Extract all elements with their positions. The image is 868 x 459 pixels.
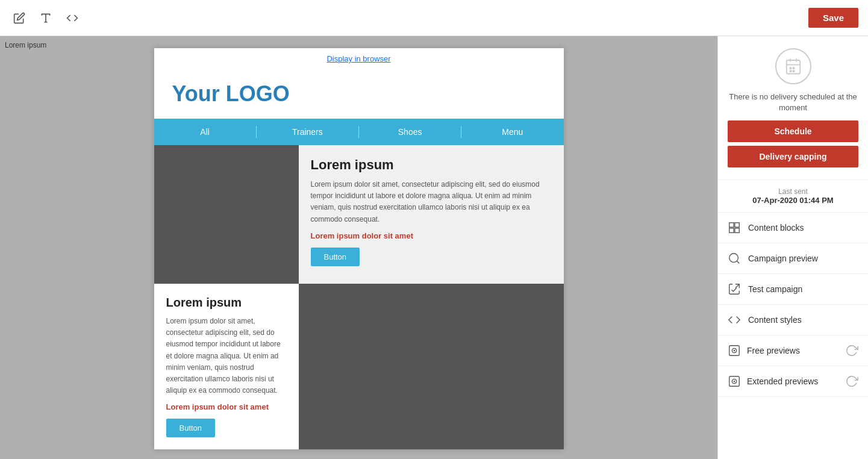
no-delivery-text: There is no delivery scheduled at the mo… xyxy=(728,92,858,113)
svg-rect-13 xyxy=(735,228,739,233)
block2-link[interactable]: Lorem ipsum dolor sit amet xyxy=(166,402,287,411)
email-row2: Lorem ipsum Lorem ipsum dolor sit amet, … xyxy=(154,284,564,449)
logo-text: Your LOGO xyxy=(172,81,290,106)
svg-rect-7 xyxy=(792,67,795,69)
sidebar-item-content-styles[interactable]: Content styles xyxy=(718,305,868,335)
sidebar-item-extended-previews[interactable]: Extended previews xyxy=(718,366,868,397)
email-text-block-2: Lorem ipsum Lorem ipsum dolor sit amet, … xyxy=(154,284,299,449)
block2-heading: Lorem ipsum xyxy=(166,296,287,310)
email-preview: Display in browser Your LOGO All Trainer… xyxy=(154,48,564,449)
svg-rect-9 xyxy=(792,70,795,72)
content-blocks-label: Content blocks xyxy=(748,223,804,233)
test-campaign-label: Test campaign xyxy=(748,284,802,294)
canvas-area: Lorem ipsum Display in browser Your LOGO… xyxy=(0,36,717,459)
sidebar-item-free-previews[interactable]: Free previews xyxy=(718,336,868,366)
calendar-icon-wrap xyxy=(775,48,811,84)
delivery-capping-button[interactable]: Delivery capping xyxy=(728,146,858,167)
save-button[interactable]: Save xyxy=(808,8,858,28)
svg-rect-12 xyxy=(729,228,734,233)
email-row1: Lorem ipsum Lorem ipsum dolor sit amet, … xyxy=(154,145,564,284)
last-sent-section: Last sent 07-Apr-2020 01:44 PM xyxy=(718,180,868,213)
svg-point-18 xyxy=(734,350,735,352)
content-blocks-icon xyxy=(728,221,741,234)
svg-rect-8 xyxy=(789,70,792,72)
extended-previews-icon xyxy=(728,375,741,388)
right-sidebar: There is no delivery scheduled at the mo… xyxy=(717,36,868,459)
campaign-preview-label: Campaign preview xyxy=(748,254,818,263)
browser-link-bar: Display in browser xyxy=(154,48,564,69)
sidebar-previews: Free previews Extended previews xyxy=(718,336,868,397)
text-format-icon[interactable] xyxy=(36,8,55,28)
block1-heading: Lorem ipsum xyxy=(311,157,552,173)
extended-previews-refresh-icon[interactable] xyxy=(845,375,858,388)
nav-item-shoes[interactable]: Shoes xyxy=(359,119,461,145)
block2-body: Lorem ipsum dolor sit amet, consectetur … xyxy=(166,316,287,396)
last-sent-label: Last sent xyxy=(728,187,858,196)
svg-rect-10 xyxy=(729,223,734,227)
nav-item-all[interactable]: All xyxy=(154,119,256,145)
code-icon[interactable] xyxy=(63,8,82,28)
sidebar-item-campaign-preview[interactable]: Campaign preview xyxy=(718,243,868,274)
block1-body: Lorem ipsum dolor sit amet, consectetur … xyxy=(311,179,552,225)
delivery-section: There is no delivery scheduled at the mo… xyxy=(718,36,868,180)
pencil-icon[interactable] xyxy=(10,8,29,28)
toolbar-left xyxy=(10,8,82,28)
svg-rect-11 xyxy=(735,223,739,227)
free-previews-refresh-icon[interactable] xyxy=(845,344,858,357)
email-logo: Your LOGO xyxy=(154,69,564,119)
block1-link[interactable]: Lorem ipsum dolor sit amet xyxy=(311,231,552,240)
email-image-placeholder-2 xyxy=(299,284,564,449)
sidebar-item-content-blocks[interactable]: Content blocks xyxy=(718,213,868,243)
sidebar-menu: Content blocks Campaign preview Test cam… xyxy=(718,213,868,336)
toolbar: Save xyxy=(0,0,868,36)
display-in-browser-link[interactable]: Display in browser xyxy=(326,54,390,63)
free-previews-label: Free previews xyxy=(747,346,839,355)
main-layout: Lorem ipsum Display in browser Your LOGO… xyxy=(0,36,868,459)
svg-line-15 xyxy=(737,261,739,264)
content-styles-label: Content styles xyxy=(748,315,802,325)
nav-item-trainers[interactable]: Trainers xyxy=(257,119,358,145)
svg-rect-6 xyxy=(789,67,792,69)
free-previews-icon xyxy=(728,344,741,357)
nav-item-menu[interactable]: Menu xyxy=(461,119,563,145)
email-text-block-1: Lorem ipsum Lorem ipsum dolor sit amet, … xyxy=(299,145,564,284)
test-campaign-icon xyxy=(728,283,741,296)
sidebar-item-test-campaign[interactable]: Test campaign xyxy=(718,274,868,305)
campaign-preview-icon xyxy=(728,252,741,265)
schedule-button[interactable]: Schedule xyxy=(728,120,858,142)
last-sent-date: 07-Apr-2020 01:44 PM xyxy=(728,196,858,205)
extended-previews-label: Extended previews xyxy=(747,376,839,386)
calendar-icon xyxy=(784,57,802,75)
svg-point-21 xyxy=(734,381,735,382)
content-styles-icon xyxy=(728,313,741,326)
block2-button[interactable]: Button xyxy=(166,419,216,437)
email-nav: All Trainers Shoes Menu xyxy=(154,119,564,145)
block1-button[interactable]: Button xyxy=(311,248,360,266)
svg-point-14 xyxy=(729,254,738,263)
email-image-placeholder-1 xyxy=(154,145,299,284)
canvas-label: Lorem ipsum xyxy=(5,41,46,49)
